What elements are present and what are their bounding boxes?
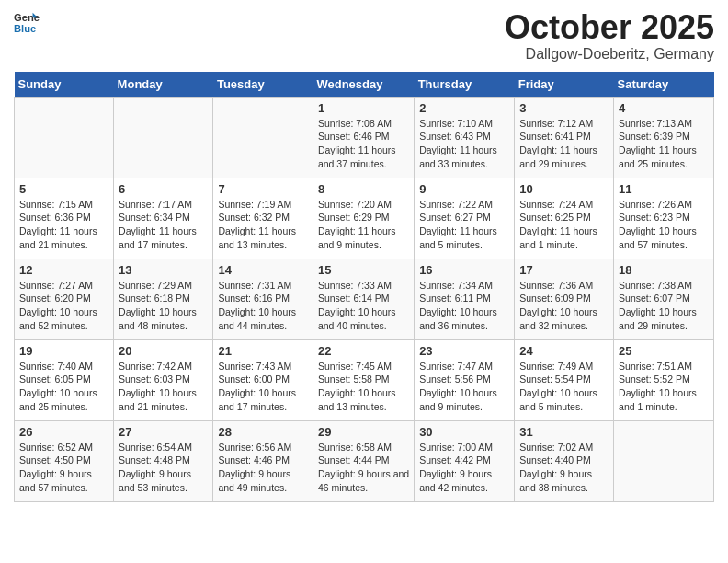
day-info: Sunrise: 7:31 AM Sunset: 6:16 PM Dayligh… xyxy=(218,279,308,333)
day-number: 8 xyxy=(318,182,409,196)
day-number: 12 xyxy=(19,263,108,277)
calendar-cell xyxy=(114,97,213,178)
calendar-cell: 13Sunrise: 7:29 AM Sunset: 6:18 PM Dayli… xyxy=(114,259,213,339)
day-number: 20 xyxy=(119,344,208,358)
day-info: Sunrise: 7:13 AM Sunset: 6:39 PM Dayligh… xyxy=(619,117,709,171)
weekday-header-monday: Monday xyxy=(114,72,213,98)
calendar-cell: 28Sunrise: 6:56 AM Sunset: 4:46 PM Dayli… xyxy=(213,420,313,501)
day-info: Sunrise: 7:45 AM Sunset: 5:58 PM Dayligh… xyxy=(318,360,409,414)
day-info: Sunrise: 7:38 AM Sunset: 6:07 PM Dayligh… xyxy=(619,279,709,333)
calendar-cell xyxy=(213,97,313,178)
title-block: October 2025 Dallgow-Doeberitz, Germany xyxy=(505,9,714,63)
day-info: Sunrise: 7:00 AM Sunset: 4:42 PM Dayligh… xyxy=(419,441,509,495)
logo: General Blue xyxy=(14,9,40,35)
day-info: Sunrise: 7:24 AM Sunset: 6:25 PM Dayligh… xyxy=(519,198,609,252)
day-number: 9 xyxy=(419,182,509,196)
day-number: 10 xyxy=(519,182,609,196)
day-number: 30 xyxy=(419,425,509,439)
calendar-cell: 12Sunrise: 7:27 AM Sunset: 6:20 PM Dayli… xyxy=(15,259,114,339)
weekday-header-saturday: Saturday xyxy=(614,72,714,98)
svg-text:Blue: Blue xyxy=(14,23,36,34)
weekday-header-thursday: Thursday xyxy=(415,72,515,98)
calendar-cell: 9Sunrise: 7:22 AM Sunset: 6:27 PM Daylig… xyxy=(415,178,515,259)
calendar-cell: 14Sunrise: 7:31 AM Sunset: 6:16 PM Dayli… xyxy=(213,259,313,339)
day-number: 5 xyxy=(19,182,108,196)
day-number: 24 xyxy=(519,344,609,358)
day-info: Sunrise: 6:54 AM Sunset: 4:48 PM Dayligh… xyxy=(119,441,208,495)
weekday-header-tuesday: Tuesday xyxy=(213,72,313,98)
day-number: 2 xyxy=(419,101,509,115)
day-info: Sunrise: 7:17 AM Sunset: 6:34 PM Dayligh… xyxy=(119,198,208,252)
page-header: General Blue October 2025 Dallgow-Doeber… xyxy=(14,9,714,63)
day-number: 18 xyxy=(619,263,709,277)
day-info: Sunrise: 7:40 AM Sunset: 6:05 PM Dayligh… xyxy=(19,360,108,414)
weekday-header-wednesday: Wednesday xyxy=(313,72,414,98)
day-number: 23 xyxy=(419,344,509,358)
calendar-cell: 16Sunrise: 7:34 AM Sunset: 6:11 PM Dayli… xyxy=(415,259,515,339)
calendar-cell xyxy=(614,420,714,501)
logo-icon: General Blue xyxy=(14,9,40,35)
day-number: 1 xyxy=(318,101,409,115)
calendar-cell: 11Sunrise: 7:26 AM Sunset: 6:23 PM Dayli… xyxy=(614,178,714,259)
day-number: 17 xyxy=(519,263,609,277)
day-info: Sunrise: 6:52 AM Sunset: 4:50 PM Dayligh… xyxy=(19,441,108,495)
day-info: Sunrise: 6:58 AM Sunset: 4:44 PM Dayligh… xyxy=(318,441,409,495)
calendar-table: SundayMondayTuesdayWednesdayThursdayFrid… xyxy=(14,72,714,502)
calendar-cell: 17Sunrise: 7:36 AM Sunset: 6:09 PM Dayli… xyxy=(515,259,614,339)
calendar-cell: 26Sunrise: 6:52 AM Sunset: 4:50 PM Dayli… xyxy=(15,420,114,501)
day-number: 19 xyxy=(19,344,108,358)
day-number: 3 xyxy=(519,101,609,115)
day-info: Sunrise: 7:49 AM Sunset: 5:54 PM Dayligh… xyxy=(519,360,609,414)
calendar-cell: 10Sunrise: 7:24 AM Sunset: 6:25 PM Dayli… xyxy=(515,178,614,259)
day-info: Sunrise: 7:10 AM Sunset: 6:43 PM Dayligh… xyxy=(419,117,509,171)
calendar-cell: 29Sunrise: 6:58 AM Sunset: 4:44 PM Dayli… xyxy=(313,420,414,501)
day-number: 21 xyxy=(218,344,308,358)
calendar-cell: 18Sunrise: 7:38 AM Sunset: 6:07 PM Dayli… xyxy=(614,259,714,339)
day-number: 27 xyxy=(119,425,208,439)
calendar-cell: 21Sunrise: 7:43 AM Sunset: 6:00 PM Dayli… xyxy=(213,339,313,420)
calendar-cell: 20Sunrise: 7:42 AM Sunset: 6:03 PM Dayli… xyxy=(114,339,213,420)
day-info: Sunrise: 7:29 AM Sunset: 6:18 PM Dayligh… xyxy=(119,279,208,333)
location-subtitle: Dallgow-Doeberitz, Germany xyxy=(505,46,714,63)
day-info: Sunrise: 7:26 AM Sunset: 6:23 PM Dayligh… xyxy=(619,198,709,252)
calendar-cell: 22Sunrise: 7:45 AM Sunset: 5:58 PM Dayli… xyxy=(313,339,414,420)
calendar-cell: 15Sunrise: 7:33 AM Sunset: 6:14 PM Dayli… xyxy=(313,259,414,339)
day-number: 11 xyxy=(619,182,709,196)
calendar-cell xyxy=(15,97,114,178)
day-number: 28 xyxy=(218,425,308,439)
day-info: Sunrise: 7:43 AM Sunset: 6:00 PM Dayligh… xyxy=(218,360,308,414)
day-info: Sunrise: 7:42 AM Sunset: 6:03 PM Dayligh… xyxy=(119,360,208,414)
day-number: 29 xyxy=(318,425,409,439)
day-number: 26 xyxy=(19,425,108,439)
day-info: Sunrise: 7:20 AM Sunset: 6:29 PM Dayligh… xyxy=(318,198,409,252)
day-info: Sunrise: 7:51 AM Sunset: 5:52 PM Dayligh… xyxy=(619,360,709,414)
day-number: 25 xyxy=(619,344,709,358)
calendar-cell: 23Sunrise: 7:47 AM Sunset: 5:56 PM Dayli… xyxy=(415,339,515,420)
day-info: Sunrise: 7:02 AM Sunset: 4:40 PM Dayligh… xyxy=(519,441,609,495)
day-number: 7 xyxy=(218,182,308,196)
day-info: Sunrise: 7:19 AM Sunset: 6:32 PM Dayligh… xyxy=(218,198,308,252)
calendar-cell: 7Sunrise: 7:19 AM Sunset: 6:32 PM Daylig… xyxy=(213,178,313,259)
weekday-header-friday: Friday xyxy=(515,72,614,98)
day-number: 22 xyxy=(318,344,409,358)
day-info: Sunrise: 7:47 AM Sunset: 5:56 PM Dayligh… xyxy=(419,360,509,414)
day-info: Sunrise: 7:15 AM Sunset: 6:36 PM Dayligh… xyxy=(19,198,108,252)
calendar-cell: 1Sunrise: 7:08 AM Sunset: 6:46 PM Daylig… xyxy=(313,97,414,178)
day-info: Sunrise: 6:56 AM Sunset: 4:46 PM Dayligh… xyxy=(218,441,308,495)
calendar-cell: 27Sunrise: 6:54 AM Sunset: 4:48 PM Dayli… xyxy=(114,420,213,501)
day-number: 13 xyxy=(119,263,208,277)
calendar-cell: 25Sunrise: 7:51 AM Sunset: 5:52 PM Dayli… xyxy=(614,339,714,420)
calendar-cell: 4Sunrise: 7:13 AM Sunset: 6:39 PM Daylig… xyxy=(614,97,714,178)
day-info: Sunrise: 7:33 AM Sunset: 6:14 PM Dayligh… xyxy=(318,279,409,333)
calendar-cell: 31Sunrise: 7:02 AM Sunset: 4:40 PM Dayli… xyxy=(515,420,614,501)
day-number: 16 xyxy=(419,263,509,277)
day-info: Sunrise: 7:27 AM Sunset: 6:20 PM Dayligh… xyxy=(19,279,108,333)
day-number: 15 xyxy=(318,263,409,277)
calendar-cell: 6Sunrise: 7:17 AM Sunset: 6:34 PM Daylig… xyxy=(114,178,213,259)
month-title: October 2025 xyxy=(505,9,714,46)
weekday-header-sunday: Sunday xyxy=(15,72,114,98)
day-number: 31 xyxy=(519,425,609,439)
calendar-cell: 30Sunrise: 7:00 AM Sunset: 4:42 PM Dayli… xyxy=(415,420,515,501)
day-info: Sunrise: 7:12 AM Sunset: 6:41 PM Dayligh… xyxy=(519,117,609,171)
calendar-cell: 24Sunrise: 7:49 AM Sunset: 5:54 PM Dayli… xyxy=(515,339,614,420)
